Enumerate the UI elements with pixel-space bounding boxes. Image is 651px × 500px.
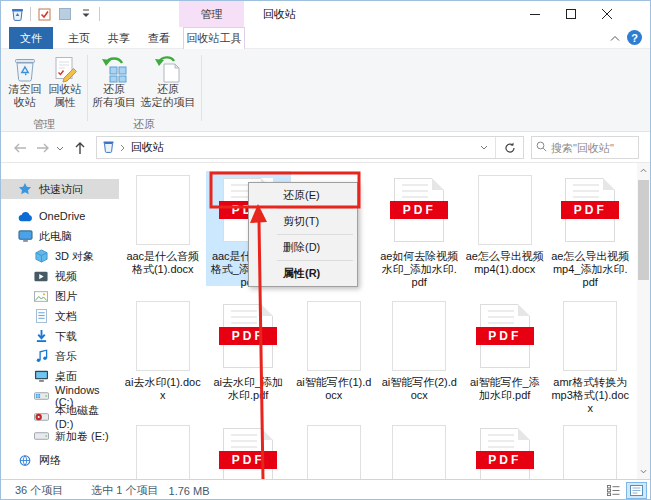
details-view-icon[interactable] <box>603 482 624 499</box>
minimize-ribbon-icon[interactable] <box>610 32 620 44</box>
menu-separator <box>277 234 353 235</box>
recycle-bin-mini-icon[interactable] <box>9 6 25 22</box>
scrollbar-thumb[interactable] <box>638 180 649 280</box>
file-tile[interactable]: PDF ai去水印_添加水印.pdf <box>206 297 292 412</box>
properties-icon <box>51 53 79 83</box>
scroll-down-icon[interactable] <box>637 464 650 479</box>
thumbnail-view-icon[interactable] <box>626 482 647 499</box>
new-folder-mini-icon[interactable] <box>57 6 73 22</box>
file-tile[interactable]: ai智能写作(2).docx <box>377 297 463 412</box>
file-tile[interactable]: aac是什么音频格式(1).docx <box>120 171 206 286</box>
address-dropdown-icon[interactable] <box>473 145 495 150</box>
selection-size: 1.76 MB <box>169 485 210 497</box>
back-icon[interactable] <box>11 139 29 157</box>
file-tile[interactable]: ai智能写作(1).docx <box>291 297 377 412</box>
pdf-file-icon: PDF <box>206 299 292 373</box>
menu-item-delete[interactable]: 删除(D) <box>249 237 357 258</box>
ribbon-right-controls <box>610 30 642 45</box>
restore-all-items-button[interactable]: 还原 所有项目 <box>91 53 137 115</box>
window-controls <box>517 1 625 27</box>
menu-separator <box>277 208 353 209</box>
empty-recycle-bin-button[interactable]: 清空回 收站 <box>5 53 45 115</box>
pdf-file-icon: PDF <box>548 173 634 247</box>
sidebar-item-music[interactable]: 音乐 <box>1 346 119 366</box>
toolbar-separator <box>99 7 100 21</box>
ribbon-group-manage: 管理 <box>1 117 87 132</box>
pdf-file-icon: PDF <box>462 299 548 373</box>
address-box[interactable]: 回收站 <box>96 136 524 159</box>
tab-file[interactable]: 文件 <box>9 27 53 49</box>
sidebar-item-videos[interactable]: 视频 <box>1 266 119 286</box>
menu-item-properties[interactable]: 属性(R) <box>249 263 357 284</box>
docx-file-icon <box>120 299 206 373</box>
search-input[interactable] <box>551 142 631 154</box>
recycle-bin-properties-button[interactable]: 回收站 属性 <box>45 53 85 115</box>
tab-share[interactable]: 共享 <box>99 27 139 49</box>
sidebar-item-desktop[interactable]: 桌面 <box>1 366 119 386</box>
properties-mini-icon[interactable] <box>36 6 52 22</box>
menu-item-cut[interactable]: 剪切(T) <box>249 211 357 232</box>
sidebar-item-pictures[interactable]: 图片 <box>1 286 119 306</box>
video-icon <box>33 268 49 284</box>
file-tile[interactable] <box>377 421 463 479</box>
file-tile[interactable]: PDF ai智能写作_添加水印.pdf <box>462 297 548 412</box>
docx-file-icon <box>291 423 377 479</box>
customize-toolbar-dropdown-icon[interactable] <box>78 6 94 22</box>
file-tile[interactable] <box>291 421 377 479</box>
file-tile[interactable]: ai去水印(1).docx <box>120 297 206 412</box>
download-arrow-icon <box>33 328 49 344</box>
file-grid-row: PDF PDF <box>120 421 633 479</box>
file-tile[interactable]: amr格式转换为mp3格式(1).docx <box>548 297 634 412</box>
cloud-icon <box>17 208 33 224</box>
file-tile[interactable]: PDF ae怎么导出视频mp4_添加水印.pdf <box>548 171 634 286</box>
context-menu: 还原(E) 剪切(T) 删除(D) 属性(R) <box>248 182 358 287</box>
maximize-button[interactable] <box>553 1 589 27</box>
search-icon <box>536 141 547 154</box>
docx-file-icon <box>120 423 206 479</box>
forward-icon[interactable] <box>34 139 52 157</box>
file-tile[interactable]: PDF <box>462 421 548 479</box>
search-box <box>531 136 639 159</box>
tab-recycle-bin-tools[interactable]: 回收站工具 <box>183 27 245 49</box>
manage-contextual-tab[interactable]: 管理 <box>179 1 244 27</box>
pdf-file-icon: PDF <box>206 423 292 479</box>
file-tile[interactable] <box>548 421 634 479</box>
docx-file-icon <box>377 423 463 479</box>
explorer-window: 管理 回收站 文件 主页 共享 查看 回收站工具 清空回 收站 <box>0 0 651 500</box>
breadcrumb[interactable]: 回收站 <box>131 140 164 155</box>
restore-selected-items-button[interactable]: 还原 选定的项目 <box>137 53 199 115</box>
file-tile[interactable]: PDF ae如何去除视频水印_添加水印.pdf <box>377 171 463 286</box>
sidebar-item-drive-e[interactable]: 新加卷 (E:) <box>1 426 119 446</box>
tab-home[interactable]: 主页 <box>59 27 99 49</box>
file-tile[interactable]: PDF <box>206 421 292 479</box>
file-tile[interactable] <box>120 421 206 479</box>
close-button[interactable] <box>589 1 625 27</box>
sidebar-item-network[interactable]: 网络 <box>1 450 119 470</box>
refresh-icon[interactable] <box>495 137 523 158</box>
docx-file-icon <box>291 299 377 373</box>
sidebar-item-documents[interactable]: 文档 <box>1 306 119 326</box>
empty-recycle-bin-icon <box>12 53 38 83</box>
sidebar-item-3d-objects[interactable]: 3D 对象 <box>1 246 119 266</box>
view-toggles <box>603 482 647 499</box>
recent-locations-icon[interactable] <box>54 139 66 157</box>
menu-item-restore[interactable]: 还原(E) <box>249 185 357 206</box>
cube-icon <box>33 248 49 264</box>
sidebar-item-downloads[interactable]: 下载 <box>1 326 119 346</box>
scroll-up-icon[interactable] <box>637 163 650 178</box>
up-icon[interactable] <box>71 139 89 157</box>
sidebar-item-drive-d[interactable]: 本地磁盘 (D:) <box>1 406 119 426</box>
menu-separator <box>277 260 353 261</box>
sidebar-item-quick-access[interactable]: 快速访问 <box>1 179 119 199</box>
file-grid-row: ai去水印(1).docx PDF ai去水印_添加水印.pdf ai智能写作(… <box>120 297 633 412</box>
help-icon[interactable] <box>627 30 642 45</box>
vertical-scrollbar[interactable] <box>637 163 650 479</box>
ribbon-tabs: 文件 主页 共享 查看 回收站工具 <box>1 27 650 49</box>
ribbon: 清空回 收站 回收站 属性 还原 所有项目 还原 选定的项目 管理 还原 <box>1 49 650 132</box>
sidebar-item-onedrive[interactable]: OneDrive <box>1 206 119 226</box>
sidebar-item-this-pc[interactable]: 此电脑 <box>1 226 119 246</box>
local-disk-icon <box>33 408 49 424</box>
minimize-button[interactable] <box>517 1 553 27</box>
file-tile[interactable]: ae怎么导出视频mp4(1).docx <box>462 171 548 286</box>
tab-view[interactable]: 查看 <box>139 27 179 49</box>
